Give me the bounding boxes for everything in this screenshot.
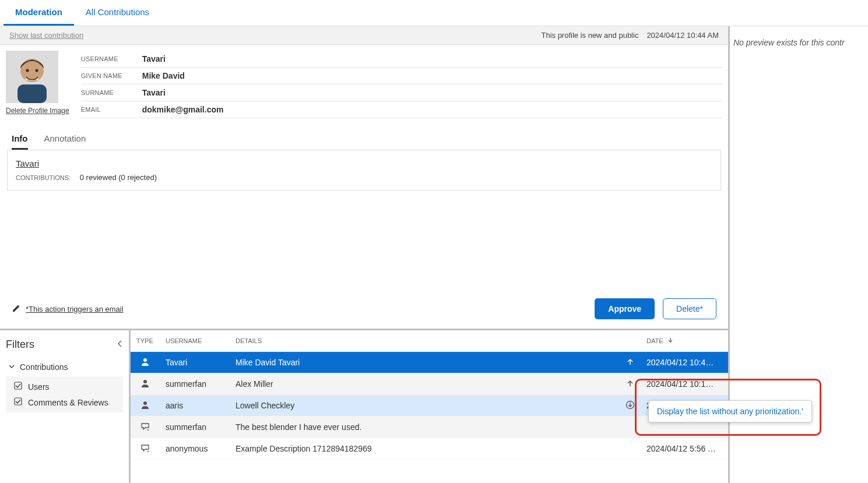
cell-username: summerfan (160, 417, 230, 438)
sort-desc-icon (667, 337, 673, 344)
svg-point-3 (36, 69, 38, 72)
value-surname: Tavari (142, 88, 166, 97)
svg-point-1 (20, 59, 44, 82)
table-row[interactable]: aarisLowell Checkley2024/04/12 9:53 … (131, 395, 728, 417)
collapse-filters-icon[interactable] (117, 339, 123, 351)
label-username: USERNAME (81, 55, 142, 62)
profile-fields: USERNAME Tavari GIVEN NAME Mike David SU… (81, 51, 722, 118)
table-row[interactable]: anonymousExample Description 17128941829… (131, 438, 728, 460)
filters-title: Filters (6, 339, 34, 351)
checkbox-checked-icon (14, 397, 22, 407)
value-username: Tavari (142, 54, 166, 64)
action-bar: *This action triggers an email Approve D… (0, 292, 728, 329)
user-icon (140, 400, 150, 410)
filter-item-comments[interactable]: Comments & Reviews (6, 394, 123, 410)
info-panel: Tavari CONTRIBUTIONS: 0 reviewed (0 reje… (7, 150, 721, 191)
checkbox-checked-icon (14, 382, 22, 392)
chevron-down-icon (8, 362, 15, 372)
svg-point-9 (143, 401, 147, 405)
filter-item-users[interactable]: Users (6, 379, 123, 394)
svg-rect-6 (15, 398, 22, 405)
user-icon (140, 378, 150, 389)
tooltip-text: Display the list without any prioritizat… (657, 407, 803, 416)
action-email-note-link[interactable]: *This action triggers an email (26, 305, 124, 313)
tab-annotation[interactable]: Annotation (44, 133, 86, 150)
col-details[interactable]: DETAILS (230, 330, 620, 352)
approve-button[interactable]: Approve (595, 298, 655, 319)
bottom-split: Filters Contributions (0, 329, 728, 483)
cell-username: summerfan (160, 373, 230, 395)
left-column: Show last contribution This profile is n… (0, 26, 730, 483)
tab-moderation[interactable]: Moderation (3, 0, 74, 26)
info-panel-title-link[interactable]: Tavari (16, 158, 39, 168)
cell-details: Example Description 1712894182969 (230, 438, 620, 460)
comment-icon (140, 443, 150, 453)
top-tabs: Moderation All Contributions (0, 0, 868, 26)
profile-sub-tabs: Info Annotation (0, 124, 728, 150)
svg-point-8 (143, 380, 147, 383)
contributions-table: TYPE USERNAME DETAILS DATE (131, 330, 728, 460)
delete-button[interactable]: Delete* (663, 298, 716, 319)
filter-item-label: Comments & Reviews (28, 398, 108, 407)
col-username[interactable]: USERNAME (160, 330, 230, 352)
pencil-icon (12, 304, 21, 315)
no-preview-text: No preview exists for this contr (733, 38, 845, 47)
value-given-name: Mike David (142, 71, 185, 80)
table-row[interactable]: summerfanThe best blender I have ever us… (131, 417, 728, 438)
col-type[interactable]: TYPE (131, 330, 160, 352)
filter-group-contributions[interactable]: Contributions (0, 358, 129, 376)
filter-item-label: Users (28, 382, 50, 392)
contributions-value: 0 reviewed (0 rejected) (80, 173, 157, 182)
delete-profile-image-link[interactable]: Delete Profile Image (6, 107, 69, 115)
svg-point-2 (26, 69, 29, 72)
filter-group-label: Contributions (20, 362, 68, 372)
profile-status-text: This profile is new and public (541, 31, 638, 40)
priority-icon[interactable] (626, 380, 634, 389)
value-email: dokmike@gmail.com (142, 105, 224, 114)
cell-details: Lowell Checkley (230, 395, 620, 417)
contributions-label: CONTRIBUTIONS: (16, 174, 71, 181)
comment-icon (140, 421, 150, 432)
svg-rect-5 (15, 382, 22, 389)
cell-date: 2024/04/12 10:4… (641, 352, 728, 373)
cell-details: Alex Miller (230, 373, 620, 395)
table-row[interactable]: summerfanAlex Miller2024/04/12 10:1… (131, 373, 728, 395)
label-surname: SURNAME (81, 89, 142, 96)
col-priority[interactable] (620, 330, 641, 352)
sub-header-bar: Show last contribution This profile is n… (0, 26, 728, 45)
contributions-table-area: TYPE USERNAME DETAILS DATE (131, 330, 728, 483)
cell-date: 2024/04/12 5:56 … (641, 438, 728, 460)
profile-area: Delete Profile Image USERNAME Tavari GIV… (0, 45, 728, 124)
cell-details: Mike David Tavari (230, 352, 620, 373)
tab-all-contributions[interactable]: All Contributions (74, 0, 161, 26)
filters-panel: Filters Contributions (0, 330, 131, 483)
cell-username: Tavari (160, 352, 230, 373)
svg-rect-4 (17, 84, 47, 103)
cell-details: The best blender I have ever used. (230, 417, 620, 438)
avatar (6, 51, 58, 103)
table-row[interactable]: TavariMike David Tavari2024/04/12 10:4… (131, 352, 728, 373)
priority-icon[interactable] (625, 402, 635, 411)
user-icon (140, 357, 150, 367)
show-last-contribution-link[interactable]: Show last contribution (9, 31, 83, 40)
label-email: EMAIL (81, 106, 142, 113)
col-date[interactable]: DATE (641, 330, 728, 352)
priority-icon[interactable] (626, 358, 634, 368)
profile-timestamp: 2024/04/12 10:44 AM (646, 31, 719, 40)
cell-username: aaris (160, 395, 230, 417)
prioritization-tooltip: Display the list without any prioritizat… (648, 400, 812, 422)
cell-date: 2024/04/12 10:1… (641, 373, 728, 395)
label-given-name: GIVEN NAME (81, 72, 142, 79)
svg-point-7 (143, 358, 147, 362)
cell-username: anonymous (160, 438, 230, 460)
tab-info[interactable]: Info (12, 133, 28, 150)
